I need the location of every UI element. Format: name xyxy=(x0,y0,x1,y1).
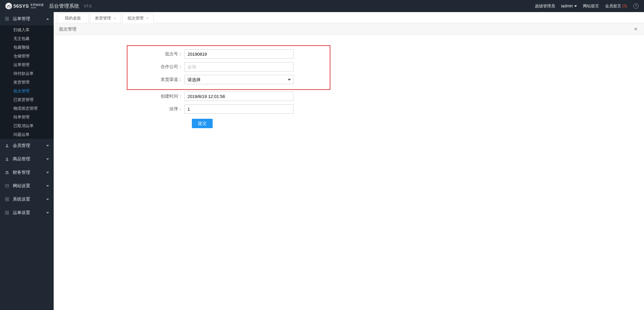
role-label: 超级管理员 xyxy=(535,3,555,9)
sidebar-group-header-system[interactable]: 系统设置 xyxy=(0,193,54,206)
sidebar-group-label: 财务管理 xyxy=(13,169,30,175)
sidebar-group-waybill-settings: 运单设置 xyxy=(0,206,54,219)
sort-label: 排序： xyxy=(54,106,184,112)
close-icon[interactable]: × xyxy=(146,16,149,20)
system-title: 后台管理系统 xyxy=(49,3,79,9)
chevron-up-icon xyxy=(46,18,49,20)
list-icon xyxy=(5,197,9,201)
form-row-sort: 排序： xyxy=(54,103,644,115)
tabs-bar: 我的桌面 发货管理 × 批次管理 × xyxy=(54,12,644,23)
sidebar-item-shipped[interactable]: 已发货管理 xyxy=(0,95,54,104)
partner-label: 合作公司： xyxy=(127,64,184,70)
site-messages-link[interactable]: 网站留言 xyxy=(583,3,599,9)
header-right: 超级管理员 iadmin 网站留言 会员留言 (5) ? xyxy=(535,3,639,9)
sidebar: 运单管理 扫描入库 无主包裹 包裹预报 仓储管理 运单管理 待付款运单 发货管理… xyxy=(0,12,54,310)
chevron-down-icon xyxy=(46,158,49,160)
sort-input[interactable] xyxy=(184,104,293,114)
tab-label: 我的桌面 xyxy=(65,15,81,21)
chevron-down-icon xyxy=(46,199,49,200)
sidebar-group-waybill: 运单管理 扫描入库 无主包裹 包裹预报 仓储管理 运单管理 待付款运单 发货管理… xyxy=(0,12,54,139)
sidebar-item-scan-in[interactable]: 扫描入库 xyxy=(0,25,54,34)
member-messages-count: (5) xyxy=(622,4,627,8)
channel-label: 发货渠道： xyxy=(127,76,184,83)
sidebar-group-header-website[interactable]: 网站设置 xyxy=(0,179,54,193)
svg-point-4 xyxy=(6,144,8,146)
form-actions: 提交 xyxy=(54,119,644,128)
svg-rect-10 xyxy=(5,185,9,187)
list-icon xyxy=(5,17,9,21)
sidebar-group-label: 商品管理 xyxy=(13,156,30,162)
main-area: 我的桌面 发货管理 × 批次管理 × 批次管理 × 批次号： xyxy=(54,12,644,310)
close-icon[interactable]: × xyxy=(114,16,116,20)
sidebar-group-header-waybill-settings[interactable]: 运单设置 xyxy=(0,206,54,219)
top-header: 56SYS 全景物流通 .com 后台管理系统 V7.0 超级管理员 iadmi… xyxy=(0,0,644,12)
sidebar-subitems-waybill: 扫描入库 无主包裹 包裹预报 仓储管理 运单管理 待付款运单 发货管理 批次管理… xyxy=(0,25,54,139)
tab-label: 发货管理 xyxy=(95,15,111,21)
sidebar-item-pending-payment[interactable]: 待付款运单 xyxy=(0,69,54,78)
sidebar-group-header-waybill[interactable]: 运单管理 xyxy=(0,12,54,25)
page-header: 批次管理 × xyxy=(54,23,644,35)
sidebar-group-header-member[interactable]: 会员管理 xyxy=(0,139,54,152)
svg-rect-8 xyxy=(8,172,9,173)
help-icon[interactable]: ? xyxy=(633,3,639,9)
form-row-channel: 发货渠道： 请选择 xyxy=(127,73,330,86)
chevron-down-icon xyxy=(46,212,49,214)
sidebar-item-batch[interactable]: 批次管理 xyxy=(0,87,54,95)
chevron-down-icon xyxy=(46,145,49,147)
sidebar-group-member: 会员管理 xyxy=(0,139,54,152)
svg-rect-9 xyxy=(5,174,9,174)
sidebar-group-product: 商品管理 xyxy=(0,152,54,166)
tab-batch[interactable]: 批次管理 × xyxy=(122,13,154,23)
logo-icon xyxy=(5,3,12,9)
bank-icon xyxy=(5,170,9,174)
batch-no-input[interactable] xyxy=(184,49,293,59)
sidebar-group-label: 系统设置 xyxy=(13,196,30,202)
tab-desktop[interactable]: 我的桌面 xyxy=(57,13,89,23)
chevron-down-icon xyxy=(46,172,49,173)
header-left: 56SYS 全景物流通 .com 后台管理系统 V7.0 xyxy=(5,3,92,9)
created-input[interactable] xyxy=(184,92,293,101)
sidebar-group-label: 网站设置 xyxy=(13,183,30,189)
sidebar-group-header-product[interactable]: 商品管理 xyxy=(0,152,54,166)
sidebar-item-logistics-status[interactable]: 物流状态管理 xyxy=(0,104,54,113)
svg-rect-6 xyxy=(6,172,6,173)
sidebar-item-parcel-forecast[interactable]: 包裹预报 xyxy=(0,43,54,52)
logo-text: 56SYS xyxy=(13,3,29,9)
partner-input[interactable] xyxy=(184,62,293,71)
sidebar-group-website: 网站设置 xyxy=(0,179,54,193)
member-messages-link[interactable]: 会员留言 (5) xyxy=(605,3,627,9)
user-icon xyxy=(5,157,9,161)
form-row-partner: 合作公司： xyxy=(127,60,330,73)
form-row-batch-no: 批次号： xyxy=(127,48,330,60)
sidebar-item-problem[interactable]: 问题运单 xyxy=(0,130,54,139)
sidebar-group-label: 运单管理 xyxy=(13,16,30,22)
sidebar-item-warehouse[interactable]: 仓储管理 xyxy=(0,52,54,60)
chevron-down-icon xyxy=(46,185,49,187)
form-row-created: 创建时间： xyxy=(54,90,644,103)
close-icon[interactable]: × xyxy=(633,26,639,32)
svg-rect-7 xyxy=(7,172,7,173)
sidebar-group-label: 会员管理 xyxy=(13,143,30,149)
channel-select[interactable]: 请选择 xyxy=(184,75,293,84)
highlighted-section: 批次号： 合作公司： 发货渠道： 请选择 xyxy=(127,45,330,90)
user-icon xyxy=(5,144,9,148)
sidebar-item-orphan-parcel[interactable]: 无主包裹 xyxy=(0,34,54,43)
username: iadmin xyxy=(561,4,573,8)
created-label: 创建时间： xyxy=(54,93,184,99)
form: 批次号： 合作公司： 发货渠道： 请选择 创建时间： xyxy=(54,35,644,128)
page-title: 批次管理 xyxy=(59,26,76,32)
sidebar-item-waybill[interactable]: 运单管理 xyxy=(0,60,54,69)
sidebar-group-label: 运单设置 xyxy=(13,210,30,216)
sidebar-item-shipping[interactable]: 发货管理 xyxy=(0,78,54,87)
tab-shipping[interactable]: 发货管理 × xyxy=(90,13,121,23)
batch-no-label: 批次号： xyxy=(127,51,184,57)
submit-button[interactable]: 提交 xyxy=(192,119,213,128)
sidebar-item-cancelled[interactable]: 已取消运单 xyxy=(0,121,54,130)
version-label: V7.0 xyxy=(84,4,92,8)
logo: 56SYS 全景物流通 .com xyxy=(5,3,44,9)
user-dropdown[interactable]: iadmin xyxy=(561,4,577,8)
logo-sub: 全景物流通 .com xyxy=(30,3,44,9)
tab-label: 批次管理 xyxy=(127,15,144,21)
sidebar-item-transfer[interactable]: 转单管理 xyxy=(0,113,54,121)
sidebar-group-header-finance[interactable]: 财务管理 xyxy=(0,166,54,179)
